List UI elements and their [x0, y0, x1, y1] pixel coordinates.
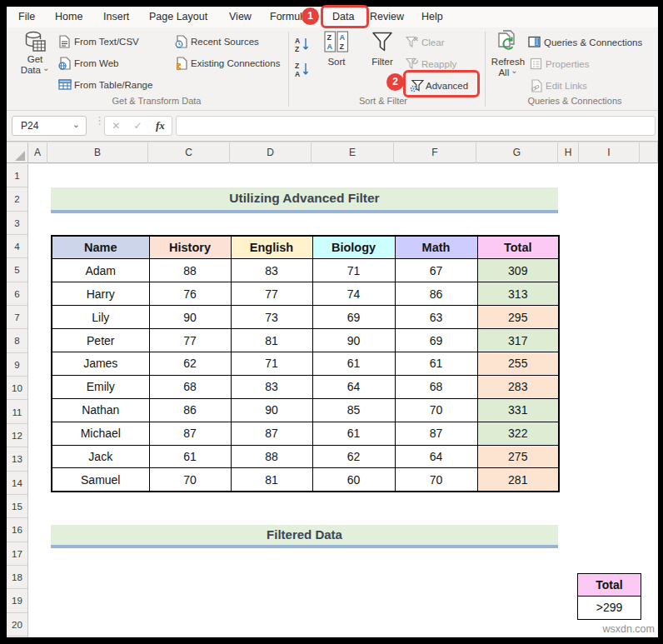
cell-name[interactable]: Peter [52, 329, 149, 352]
cell-history[interactable]: 61 [149, 445, 231, 468]
header-cell-english[interactable]: English [231, 236, 312, 259]
cell-english[interactable]: 88 [231, 445, 312, 468]
cell-name[interactable]: Jack [52, 445, 149, 468]
select-all-corner[interactable] [7, 142, 28, 163]
cell-biology[interactable]: 61 [312, 422, 395, 445]
row-header-5[interactable]: 5 [7, 258, 27, 282]
tab-home[interactable]: Home [55, 7, 82, 27]
cell-biology[interactable]: 61 [312, 352, 395, 375]
cell-english[interactable]: 87 [231, 422, 312, 445]
header-cell-history[interactable]: History [149, 236, 231, 259]
cell-total[interactable]: 281 [477, 468, 559, 492]
cell-math[interactable]: 67 [395, 259, 477, 282]
column-header-F[interactable]: F [394, 142, 476, 163]
cell-total[interactable]: 322 [477, 422, 559, 445]
row-header-18[interactable]: 18 [7, 566, 27, 589]
cell-english[interactable]: 81 [231, 468, 312, 492]
cell-total[interactable]: 255 [477, 352, 559, 375]
row-header-6[interactable]: 6 [7, 282, 27, 306]
criteria-value-cell[interactable]: >299 [578, 597, 641, 619]
row-header-17[interactable]: 17 [7, 542, 27, 566]
cell-english[interactable]: 83 [231, 375, 312, 398]
header-cell-math[interactable]: Math [395, 236, 477, 259]
header-cell-total[interactable]: Total [477, 236, 559, 259]
row-header-10[interactable]: 10 [7, 377, 27, 400]
refresh-all-button[interactable]: Refresh All [489, 30, 527, 78]
row-header-13[interactable]: 13 [7, 447, 27, 471]
cell-history[interactable]: 90 [149, 306, 231, 329]
cell-math[interactable]: 87 [395, 422, 477, 445]
name-box-chevron-icon[interactable]: ⌄ [72, 115, 80, 133]
cell-total[interactable]: 317 [477, 329, 559, 352]
cell-name[interactable]: James [52, 352, 149, 375]
cell-history[interactable]: 76 [149, 282, 231, 306]
cell-history[interactable]: 62 [149, 352, 231, 375]
title-banner[interactable]: Utilizing Advanced Filter [51, 187, 558, 213]
row-header-14[interactable]: 14 [7, 472, 27, 495]
column-header-C[interactable]: C [148, 142, 230, 163]
sort-za-descending-icon[interactable]: Z A [294, 61, 311, 77]
header-cell-biology[interactable]: Biology [312, 236, 395, 259]
cell-history[interactable]: 88 [149, 259, 231, 282]
sort-button[interactable]: Z A A Z Sort [318, 31, 355, 67]
cell-english[interactable]: 81 [231, 329, 312, 352]
row-header-1[interactable]: 1 [7, 164, 27, 187]
cell-math[interactable]: 61 [395, 352, 477, 375]
row-header-15[interactable]: 15 [7, 495, 27, 518]
cell-history[interactable]: 86 [149, 398, 231, 422]
column-header-B[interactable]: B [47, 142, 148, 163]
tab-view[interactable]: View [229, 7, 252, 27]
cell-name[interactable]: Harry [52, 282, 149, 306]
cell-biology[interactable]: 90 [312, 329, 395, 352]
row-header-11[interactable]: 11 [7, 401, 27, 424]
cell-math[interactable]: 70 [395, 468, 477, 492]
cell-math[interactable]: 86 [395, 282, 477, 306]
cell-total[interactable]: 309 [477, 259, 559, 282]
row-header-4[interactable]: 4 [7, 235, 27, 258]
row-header-9[interactable]: 9 [7, 353, 27, 377]
cell-english[interactable]: 77 [231, 282, 312, 306]
tab-insert[interactable]: Insert [103, 7, 129, 27]
cell-biology[interactable]: 60 [312, 468, 395, 492]
column-header-H[interactable]: H [558, 142, 579, 163]
tab-help[interactable]: Help [421, 7, 443, 27]
row-header-3[interactable]: 3 [7, 212, 27, 235]
cell-biology[interactable]: 85 [312, 398, 395, 422]
cell-name[interactable]: Emily [52, 375, 149, 398]
filtered-data-banner[interactable]: Filtered Data [51, 525, 558, 548]
cell-name[interactable]: Adam [52, 259, 149, 282]
cell-biology[interactable]: 64 [312, 375, 395, 398]
formula-input[interactable] [176, 116, 656, 136]
get-data-button[interactable]: Get Data [13, 31, 57, 76]
row-header-19[interactable]: 19 [7, 589, 27, 612]
cell-total[interactable]: 313 [477, 282, 559, 306]
cell-history[interactable]: 70 [149, 468, 231, 492]
cell-history[interactable]: 68 [149, 375, 231, 398]
header-cell-name[interactable]: Name [52, 236, 149, 259]
row-header-12[interactable]: 12 [7, 424, 27, 447]
cell-name[interactable]: Michael [52, 422, 149, 445]
cell-name[interactable]: Samuel [52, 468, 149, 492]
insert-function-icon[interactable]: fx [156, 119, 165, 132]
cell-total[interactable]: 331 [477, 398, 559, 422]
cell-english[interactable]: 90 [231, 398, 312, 422]
cell-math[interactable]: 70 [395, 398, 477, 422]
cell-math[interactable]: 68 [395, 375, 477, 398]
cell-english[interactable]: 73 [231, 306, 312, 329]
cell-name[interactable]: Nathan [52, 398, 149, 422]
cell-name[interactable]: Lily [52, 306, 149, 329]
cell-math[interactable]: 63 [395, 306, 477, 329]
cell-total[interactable]: 295 [477, 306, 559, 329]
filter-button[interactable]: Filter [365, 31, 400, 67]
column-header-G[interactable]: G [476, 142, 558, 163]
cell-biology[interactable]: 71 [312, 259, 395, 282]
tab-page-layout[interactable]: Page Layout [149, 7, 207, 27]
tab-review[interactable]: Review [370, 7, 404, 27]
column-header-E[interactable]: E [312, 142, 394, 163]
cell-history[interactable]: 77 [149, 329, 231, 352]
row-header-7[interactable]: 7 [7, 306, 27, 329]
cell-english[interactable]: 83 [231, 259, 312, 282]
row-header-2[interactable]: 2 [7, 187, 27, 211]
sort-az-ascending-icon[interactable]: A Z [294, 36, 311, 52]
row-header-16[interactable]: 16 [7, 518, 27, 542]
